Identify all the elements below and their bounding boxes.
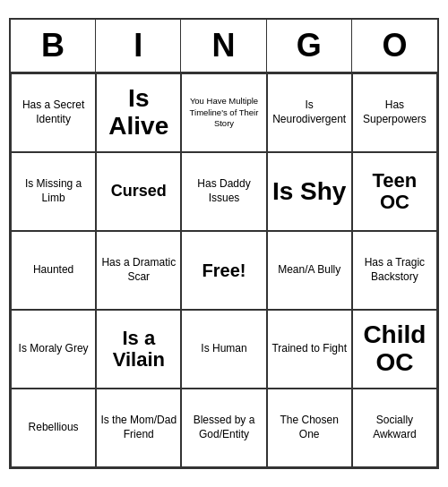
bingo-cell-text-16: Is a Vilain bbox=[100, 328, 177, 371]
header-letter-i: I bbox=[96, 20, 181, 72]
bingo-cell-10[interactable]: Haunted bbox=[11, 231, 96, 310]
bingo-cell-text-3: Is Neurodivergent bbox=[271, 98, 348, 126]
bingo-cell-text-10: Haunted bbox=[33, 263, 73, 278]
bingo-cell-6[interactable]: Cursed bbox=[96, 152, 181, 231]
bingo-cell-text-19: Child OC bbox=[357, 321, 433, 377]
bingo-cell-12[interactable]: Free! bbox=[181, 231, 266, 310]
bingo-cell-8[interactable]: Is Shy bbox=[267, 152, 352, 231]
bingo-cell-text-5: Is Missing a Limb bbox=[15, 177, 91, 205]
bingo-cell-23[interactable]: The Chosen One bbox=[267, 389, 352, 467]
bingo-cell-18[interactable]: Trained to Fight bbox=[267, 310, 352, 389]
bingo-cell-text-0: Has a Secret Identity bbox=[15, 98, 91, 126]
bingo-cell-text-21: Is the Mom/Dad Friend bbox=[100, 414, 177, 441]
bingo-cell-14[interactable]: Has a Tragic Backstory bbox=[352, 231, 437, 310]
header-letter-b: B bbox=[11, 20, 96, 72]
bingo-cell-4[interactable]: Has Superpowers bbox=[352, 73, 437, 152]
bingo-cell-text-7: Has Daddy Issues bbox=[185, 177, 262, 205]
bingo-cell-5[interactable]: Is Missing a Limb bbox=[11, 152, 96, 231]
bingo-cell-text-8: Is Shy bbox=[272, 178, 346, 206]
bingo-cell-text-23: The Chosen One bbox=[271, 414, 348, 441]
bingo-cell-text-2: You Have Multiple Timeline's of Their St… bbox=[185, 96, 262, 129]
bingo-cell-11[interactable]: Has a Dramatic Scar bbox=[96, 231, 181, 310]
header-letter-n: N bbox=[181, 20, 266, 72]
bingo-cell-13[interactable]: Mean/A Bully bbox=[267, 231, 352, 310]
bingo-cell-15[interactable]: Is Moraly Grey bbox=[11, 310, 96, 389]
bingo-cell-text-6: Cursed bbox=[111, 181, 167, 201]
bingo-cell-text-12: Free! bbox=[202, 259, 246, 282]
bingo-cell-text-11: Has a Dramatic Scar bbox=[100, 256, 177, 284]
bingo-grid: Has a Secret IdentityIs AliveYou Have Mu… bbox=[11, 73, 437, 467]
bingo-cell-17[interactable]: Is Human bbox=[181, 310, 266, 389]
bingo-cell-24[interactable]: Socially Awkward bbox=[352, 389, 437, 467]
bingo-cell-text-15: Is Moraly Grey bbox=[19, 342, 89, 356]
bingo-cell-text-9: Teen OC bbox=[357, 170, 433, 213]
bingo-cell-16[interactable]: Is a Vilain bbox=[96, 310, 181, 389]
bingo-cell-7[interactable]: Has Daddy Issues bbox=[181, 152, 266, 231]
bingo-cell-0[interactable]: Has a Secret Identity bbox=[11, 73, 96, 152]
bingo-cell-22[interactable]: Blessed by a God/Entity bbox=[181, 389, 266, 467]
bingo-cell-3[interactable]: Is Neurodivergent bbox=[267, 73, 352, 152]
bingo-cell-text-4: Has Superpowers bbox=[357, 98, 433, 126]
bingo-cell-text-13: Mean/A Bully bbox=[278, 263, 340, 278]
bingo-cell-text-24: Socially Awkward bbox=[357, 414, 433, 441]
header-letter-o: O bbox=[352, 20, 437, 72]
bingo-cell-text-20: Rebellious bbox=[29, 421, 79, 435]
bingo-cell-text-22: Blessed by a God/Entity bbox=[185, 414, 262, 441]
bingo-cell-text-17: Is Human bbox=[201, 342, 246, 356]
bingo-cell-20[interactable]: Rebellious bbox=[11, 389, 96, 467]
bingo-cell-text-18: Trained to Fight bbox=[271, 342, 347, 356]
header-letter-g: G bbox=[267, 20, 352, 72]
bingo-header: BINGO bbox=[11, 20, 437, 73]
bingo-cell-2[interactable]: You Have Multiple Timeline's of Their St… bbox=[181, 73, 266, 152]
bingo-cell-19[interactable]: Child OC bbox=[352, 310, 437, 389]
bingo-cell-text-14: Has a Tragic Backstory bbox=[357, 256, 433, 284]
bingo-cell-1[interactable]: Is Alive bbox=[96, 73, 181, 152]
bingo-cell-9[interactable]: Teen OC bbox=[352, 152, 437, 231]
bingo-card: BINGO Has a Secret IdentityIs AliveYou H… bbox=[9, 18, 439, 469]
bingo-cell-text-1: Is Alive bbox=[100, 85, 177, 141]
bingo-cell-21[interactable]: Is the Mom/Dad Friend bbox=[96, 389, 181, 467]
